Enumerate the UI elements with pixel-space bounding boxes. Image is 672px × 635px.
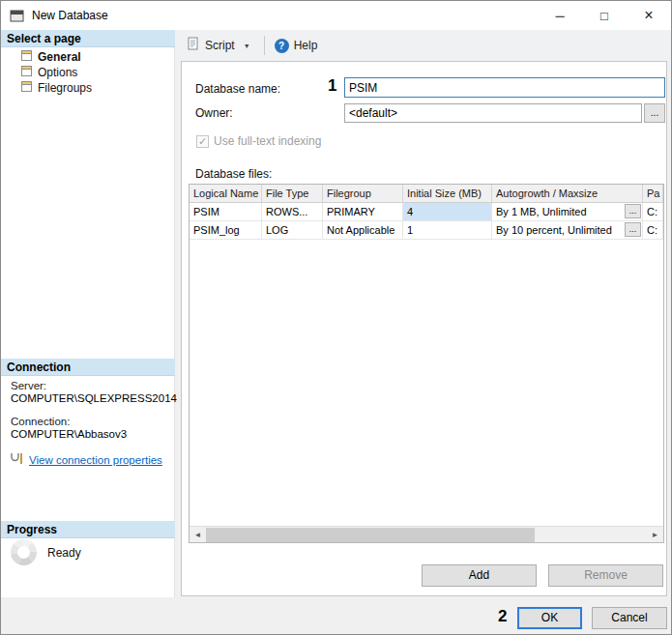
connection-properties-icon bbox=[9, 451, 23, 469]
column-header-logical-name: Logical Name bbox=[190, 185, 262, 203]
title-bar: New Database ─ □ × bbox=[1, 1, 671, 30]
sidebar-item-label: General bbox=[38, 50, 81, 64]
general-page-panel: Database name: 1 Owner: ... Use full-tex… bbox=[181, 61, 667, 596]
cell-path[interactable]: C: bbox=[643, 203, 663, 221]
cell-autogrowth[interactable]: By 1 MB, Unlimited ... bbox=[492, 203, 643, 221]
page-icon bbox=[20, 65, 33, 80]
cell-path[interactable]: C: bbox=[643, 221, 663, 240]
column-header-initial-size: Initial Size (MB) bbox=[403, 185, 492, 203]
table-row: PSIM ROWS... PRIMARY 4 By 1 MB, Unlimite… bbox=[190, 203, 663, 221]
horizontal-scrollbar[interactable]: ◄ ► bbox=[190, 526, 663, 542]
step-annotation-1: 1 bbox=[328, 76, 336, 96]
progress-status-row: Ready bbox=[11, 539, 81, 565]
cell-initial-size[interactable]: 1 bbox=[403, 221, 492, 240]
dialog-toolbar: Script ▼ ? Help bbox=[175, 30, 672, 61]
script-button[interactable]: Script ▼ bbox=[181, 34, 260, 57]
owner-browse-button[interactable]: ... bbox=[644, 103, 665, 123]
new-database-window-icon bbox=[10, 9, 24, 23]
cancel-button[interactable]: Cancel bbox=[592, 607, 667, 629]
maximize-button[interactable]: □ bbox=[582, 1, 627, 30]
page-icon bbox=[20, 80, 33, 96]
column-header-filegroup: Filegroup bbox=[323, 185, 403, 203]
files-table-header-row: Logical Name File Type Filegroup Initial… bbox=[190, 185, 663, 203]
cell-logical-name[interactable]: PSIM bbox=[190, 203, 262, 221]
sidebar: Select a page General Options Filegroups… bbox=[1, 30, 175, 597]
progress-spinner-icon bbox=[11, 539, 37, 565]
scrollbar-thumb[interactable] bbox=[206, 528, 535, 542]
progress-header: Progress bbox=[1, 521, 175, 538]
step-annotation-2: 2 bbox=[498, 607, 507, 626]
cell-filegroup[interactable]: PRIMARY bbox=[323, 203, 403, 221]
sidebar-item-label: Options bbox=[38, 66, 77, 79]
sidebar-item-options[interactable]: Options bbox=[20, 65, 77, 79]
fulltext-checkbox-label: Use full-text indexing bbox=[214, 134, 321, 148]
column-header-autogrowth: Autogrowth / Maxsize bbox=[492, 185, 643, 203]
help-button[interactable]: ? Help bbox=[269, 36, 324, 56]
add-button[interactable]: Add bbox=[422, 564, 537, 587]
script-dropdown-arrow-icon[interactable]: ▼ bbox=[240, 40, 254, 52]
sidebar-item-general[interactable]: General bbox=[20, 49, 81, 64]
sidebar-item-label: Filegroups bbox=[38, 81, 92, 95]
help-button-label: Help bbox=[294, 39, 318, 52]
select-a-page-header: Select a page bbox=[1, 30, 175, 47]
cell-file-type[interactable]: LOG bbox=[262, 221, 323, 240]
cell-initial-size[interactable]: 4 bbox=[403, 203, 492, 221]
page-icon bbox=[20, 49, 33, 65]
minimize-button[interactable]: ─ bbox=[538, 1, 582, 30]
ok-button[interactable]: OK bbox=[517, 607, 582, 629]
connection-label: Connection: bbox=[11, 416, 70, 427]
connection-value: COMPUTER\Abbasov3 bbox=[11, 428, 127, 440]
remove-button[interactable]: Remove bbox=[548, 564, 663, 587]
scroll-right-arrow-icon[interactable]: ► bbox=[647, 528, 663, 542]
view-connection-properties-link[interactable]: View connection properties bbox=[29, 454, 162, 466]
scroll-left-arrow-icon[interactable]: ◄ bbox=[190, 528, 206, 542]
toolbar-separator bbox=[264, 36, 265, 55]
cell-logical-name[interactable]: PSIM_log bbox=[190, 221, 262, 240]
help-icon: ? bbox=[275, 39, 289, 53]
cell-autogrowth[interactable]: By 10 percent, Unlimited ... bbox=[492, 221, 643, 240]
database-name-input[interactable] bbox=[344, 77, 665, 98]
owner-label: Owner: bbox=[195, 106, 233, 120]
window-title: New Database bbox=[32, 9, 108, 22]
database-name-label: Database name: bbox=[195, 82, 280, 96]
server-label: Server: bbox=[11, 380, 46, 391]
database-files-label: Database files: bbox=[195, 167, 272, 181]
window-controls: ─ □ × bbox=[538, 1, 671, 30]
script-icon bbox=[187, 37, 200, 54]
owner-input[interactable] bbox=[344, 103, 642, 123]
table-row: PSIM_log LOG Not Applicable 1 By 10 perc… bbox=[190, 221, 663, 240]
autogrowth-browse-button[interactable]: ... bbox=[625, 222, 641, 237]
cell-file-type[interactable]: ROWS... bbox=[262, 203, 323, 221]
database-files-table: Logical Name File Type Filegroup Initial… bbox=[189, 184, 664, 543]
server-value: COMPUTER\SQLEXPRESS2014 bbox=[11, 392, 177, 404]
connection-header: Connection bbox=[1, 359, 175, 376]
fulltext-checkbox bbox=[196, 135, 209, 148]
column-header-file-type: File Type bbox=[262, 185, 323, 203]
autogrowth-browse-button[interactable]: ... bbox=[625, 204, 641, 218]
script-button-label: Script bbox=[205, 39, 235, 52]
close-button[interactable]: × bbox=[627, 1, 671, 30]
progress-status: Ready bbox=[47, 546, 81, 560]
cell-filegroup[interactable]: Not Applicable bbox=[323, 221, 403, 240]
sidebar-item-filegroups[interactable]: Filegroups bbox=[20, 80, 92, 95]
column-header-path: Pa bbox=[643, 185, 663, 203]
view-connection-properties-row: View connection properties bbox=[9, 451, 162, 469]
